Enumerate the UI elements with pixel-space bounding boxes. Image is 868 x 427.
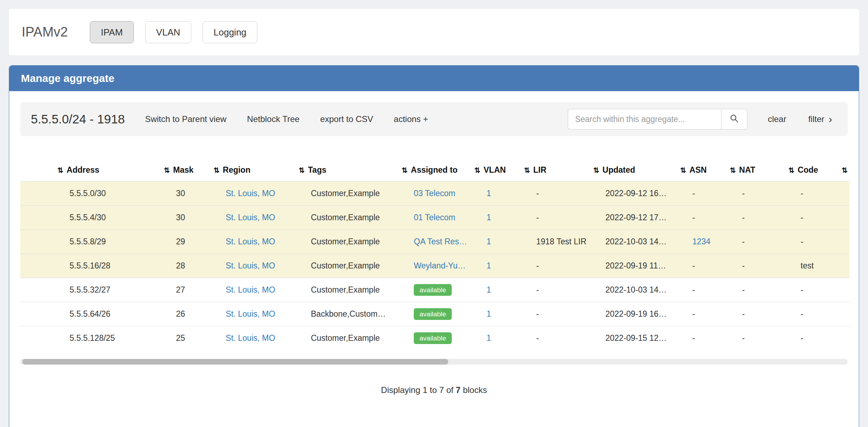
actions-menu-link[interactable]: actions + [394,114,428,124]
cell-updated: 2022-09-12 16… [593,182,680,206]
vlan-link[interactable]: 1 [487,237,491,246]
cell-nat: - [730,206,789,230]
horizontal-scrollbar-track[interactable] [20,359,848,365]
cell-code: - [789,230,842,254]
filter-link[interactable]: filter › [808,114,832,124]
switch-parent-view-link[interactable]: Switch to Parent view [145,114,226,124]
region-link[interactable]: St. Louis, MO [226,333,275,343]
column-header-tags[interactable]: ⇅Tags [299,159,402,182]
vlan-link[interactable]: 1 [487,189,491,198]
cell-asn: - [680,182,730,206]
pagination-suffix: blocks [463,385,487,395]
column-header-vlan[interactable]: ⇅VLAN [474,159,524,182]
assigned-link[interactable]: QA Test Res… [414,237,467,246]
vlan-link[interactable]: 1 [487,309,491,318]
column-header-updated[interactable]: ⇅Updated [593,159,680,182]
cell-region: St. Louis, MO [214,326,299,350]
cell-cut [842,206,850,230]
cell-tags: Customer,Example [299,230,402,254]
cell-code: - [789,326,842,350]
column-header-assigned-to[interactable]: ⇅Assigned to [402,159,474,182]
cell-vlan: 1 [474,278,524,302]
netblock-table: ⇅Address ⇅Mask ⇅Region ⇅Tags ⇅Assigned t… [20,159,850,350]
sort-icon: ⇅ [524,166,530,174]
cell-cut [842,254,850,278]
panel-body: 5.5.5.0/24 - 1918 Switch to Parent view … [9,91,859,406]
cell-nat: - [730,254,789,278]
column-header-region[interactable]: ⇅Region [214,159,299,182]
region-link[interactable]: St. Louis, MO [226,237,275,246]
cell-region: St. Louis, MO [214,254,299,278]
app-brand: IPAMv2 [22,24,68,40]
cell-updated: 2022-09-19 11… [593,254,680,278]
cell-assigned: available [402,326,474,350]
clear-filter-link[interactable]: clear [768,114,786,124]
sort-icon: ⇅ [730,166,736,174]
cell-assigned: Weyland-Yu… [402,254,474,278]
cell-code: - [789,278,842,302]
sort-icon: ⇅ [842,166,848,174]
available-badge: available [414,308,452,320]
search-group [568,109,747,129]
cell-assigned: QA Test Res… [402,230,474,254]
vlan-link[interactable]: 1 [487,333,491,343]
cell-code: - [789,206,842,230]
cell-asn: - [680,278,730,302]
region-link[interactable]: St. Louis, MO [226,309,275,318]
table-header-row: ⇅Address ⇅Mask ⇅Region ⇅Tags ⇅Assigned t… [20,159,850,182]
column-header-asn[interactable]: ⇅ASN [680,159,730,182]
cell-address: 5.5.5.64/26 [57,302,164,326]
table-row: 5.5.5.4/30 30 St. Louis, MO Customer,Exa… [20,206,850,230]
row-spacer [20,230,57,254]
region-link[interactable]: St. Louis, MO [226,261,275,270]
region-link[interactable]: St. Louis, MO [226,213,275,222]
vlan-link[interactable]: 1 [487,213,491,222]
column-label: Mask [173,165,194,174]
column-label: Code [798,165,818,174]
cell-updated: 2022-09-12 17… [593,206,680,230]
column-header-lir[interactable]: ⇅LIR [524,159,593,182]
assigned-link[interactable]: Weyland-Yu… [414,261,466,270]
cell-mask: 29 [164,230,214,254]
cell-asn: - [680,326,730,350]
tab-vlan[interactable]: VLAN [145,21,191,43]
aggregate-title: 5.5.5.0/24 - 1918 [31,112,125,126]
pagination-prefix: Displaying 1 to 7 of [381,385,454,395]
cell-asn: - [680,302,730,326]
cell-tags: Customer,Example [299,326,402,350]
column-header-code[interactable]: ⇅Code [789,159,842,182]
row-spacer [20,254,57,278]
cell-lir: - [524,206,593,230]
sort-icon: ⇅ [402,166,408,174]
cell-cut [842,302,850,326]
vlan-link[interactable]: 1 [487,285,491,294]
cell-mask: 28 [164,254,214,278]
cell-region: St. Louis, MO [214,230,299,254]
sort-icon: ⇅ [593,166,599,174]
netblock-table-wrap: ⇅Address ⇅Mask ⇅Region ⇅Tags ⇅Assigned t… [20,159,848,365]
column-header-mask[interactable]: ⇅Mask [164,159,214,182]
column-header-nat[interactable]: ⇅NAT [730,159,789,182]
search-button[interactable] [721,109,747,129]
assigned-link[interactable]: 01 Telecom [414,213,455,222]
search-input[interactable] [568,109,721,129]
asn-link[interactable]: 1234 [692,237,710,246]
export-csv-link[interactable]: export to CSV [320,114,373,124]
cell-vlan: 1 [474,230,524,254]
column-header-cut[interactable]: ⇅ [842,159,850,182]
region-link[interactable]: St. Louis, MO [226,189,275,198]
netblock-tree-link[interactable]: Netblock Tree [247,114,300,124]
column-label: ASN [690,165,707,174]
horizontal-scrollbar-thumb[interactable] [22,359,448,365]
table-row: 5.5.5.16/28 28 St. Louis, MO Customer,Ex… [20,254,850,278]
column-header-address[interactable]: ⇅Address [57,159,164,182]
tab-ipam[interactable]: IPAM [90,21,134,43]
cell-tags: Customer,Example [299,182,402,206]
cell-assigned: available [402,278,474,302]
vlan-link[interactable]: 1 [487,261,491,270]
available-badge: available [414,284,452,296]
region-link[interactable]: St. Louis, MO [226,285,275,294]
assigned-link[interactable]: 03 Telecom [414,189,455,198]
cell-code: test [789,254,842,278]
tab-logging[interactable]: Logging [203,21,258,43]
